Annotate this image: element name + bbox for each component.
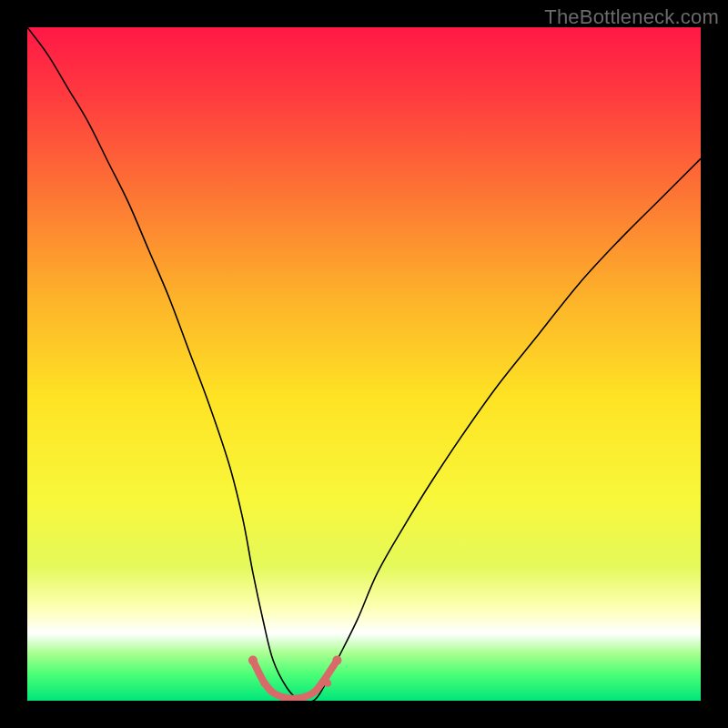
marker-dot (248, 656, 258, 665)
marker-dot (260, 680, 268, 687)
marker-dot (324, 680, 331, 687)
chart-frame: TheBottleneck.com (0, 0, 728, 728)
marker-dot (332, 656, 341, 665)
bottleneck-chart (27, 27, 701, 701)
watermark-text: TheBottleneck.com (544, 5, 719, 29)
chart-background (27, 27, 701, 701)
